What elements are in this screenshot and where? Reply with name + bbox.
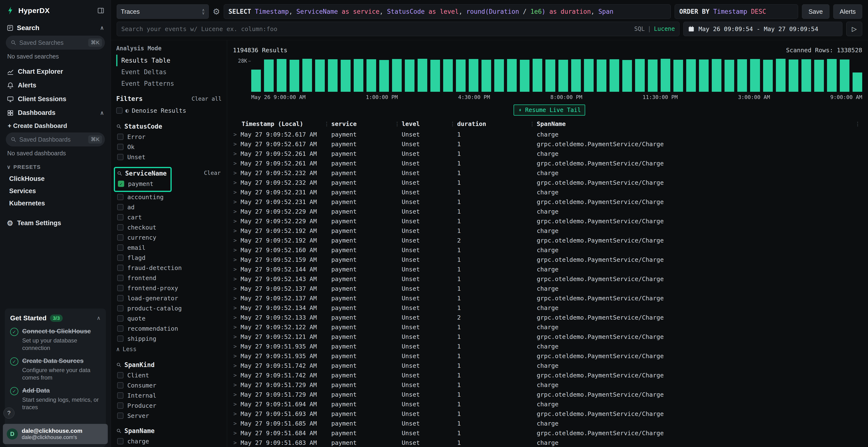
- histogram-bar[interactable]: [289, 60, 299, 92]
- table-row[interactable]: >May 27 9:09:51.684 AMpaymentUnset1grpc.…: [233, 428, 862, 438]
- table-row[interactable]: >May 27 9:09:51.693 AMpaymentUnset1grpc.…: [233, 409, 862, 419]
- histogram-bar[interactable]: [367, 59, 376, 92]
- checkbox[interactable]: [117, 382, 123, 388]
- resume-live-tail-button[interactable]: Resume Live Tail: [514, 105, 585, 115]
- checkbox[interactable]: [117, 234, 123, 241]
- histogram-bar[interactable]: [251, 70, 261, 92]
- row-expand-chevron-icon[interactable]: >: [234, 228, 237, 234]
- facet-item-ok[interactable]: Ok: [116, 142, 222, 152]
- checkbox[interactable]: [117, 295, 123, 301]
- presets-toggle[interactable]: ∨ PRESETS: [5, 162, 106, 173]
- table-row[interactable]: >May 27 9:09:52.133 AMpaymentUnset2grpc.…: [233, 313, 862, 322]
- table-row[interactable]: >May 27 9:09:51.935 AMpaymentUnset1grpc.…: [233, 351, 862, 361]
- sidebar-item-search[interactable]: Search ∧: [5, 22, 106, 36]
- column-header-service[interactable]: service⋮: [331, 121, 402, 128]
- histogram-bar[interactable]: [302, 59, 312, 92]
- facet-item-email[interactable]: email: [116, 243, 222, 253]
- facet-header[interactable]: StatusCode: [116, 121, 222, 132]
- facet-clear-link[interactable]: Clear: [204, 170, 221, 176]
- checkbox[interactable]: [117, 204, 123, 210]
- facet-item-quote[interactable]: quote: [116, 313, 222, 323]
- checkbox[interactable]: [117, 413, 123, 419]
- row-expand-chevron-icon[interactable]: >: [234, 160, 237, 166]
- histogram-bar[interactable]: [546, 60, 555, 92]
- row-expand-chevron-icon[interactable]: >: [234, 189, 237, 195]
- checkbox[interactable]: [117, 194, 123, 200]
- facet-item-unset[interactable]: Unset: [116, 152, 222, 162]
- histogram-bar[interactable]: [571, 59, 581, 92]
- row-expand-chevron-icon[interactable]: >: [234, 420, 237, 426]
- analysis-mode-results-table[interactable]: Results Table: [116, 55, 222, 66]
- histogram-bar[interactable]: [315, 60, 325, 92]
- histogram-bar[interactable]: [341, 60, 350, 92]
- column-separator[interactable]: ⋮: [450, 121, 455, 127]
- column-header-timestamp-local-[interactable]: Timestamp (Local)⋮: [233, 121, 331, 128]
- facet-item-recommendation[interactable]: recommendation: [116, 323, 222, 334]
- table-row[interactable]: >May 27 9:09:52.122 AMpaymentUnset1charg…: [233, 322, 862, 332]
- table-row[interactable]: >May 27 9:09:51.935 AMpaymentUnset1charg…: [233, 342, 862, 351]
- checkbox[interactable]: [117, 244, 123, 251]
- table-row[interactable]: >May 27 9:09:52.159 AMpaymentUnset1grpc.…: [233, 255, 862, 265]
- checkbox[interactable]: [117, 305, 123, 311]
- table-row[interactable]: >May 27 9:09:52.137 AMpaymentUnset1charg…: [233, 284, 862, 294]
- row-expand-chevron-icon[interactable]: >: [234, 401, 237, 407]
- table-row[interactable]: >May 27 9:09:51.729 AMpaymentUnset1charg…: [233, 380, 862, 390]
- column-separator[interactable]: ⋮: [855, 121, 860, 127]
- table-row[interactable]: >May 27 9:09:52.232 AMpaymentUnset1grpc.…: [233, 178, 862, 187]
- row-expand-chevron-icon[interactable]: >: [234, 391, 237, 398]
- date-range-picker[interactable]: May 26 09:09:54 - May 27 09:09:54: [683, 22, 842, 36]
- histogram-bar[interactable]: [533, 59, 542, 92]
- facet-item-fraud-detection[interactable]: fraud-detection: [116, 263, 222, 273]
- row-expand-chevron-icon[interactable]: >: [234, 411, 237, 417]
- checkbox[interactable]: [117, 392, 123, 399]
- row-expand-chevron-icon[interactable]: >: [234, 247, 237, 253]
- table-row[interactable]: >May 27 9:09:52.143 AMpaymentUnset1grpc.…: [233, 274, 862, 284]
- histogram-bar[interactable]: [776, 59, 785, 92]
- row-expand-chevron-icon[interactable]: >: [234, 170, 237, 176]
- sidebar-item-kubernetes[interactable]: Kubernetes: [5, 197, 106, 209]
- checkbox[interactable]: [117, 134, 123, 140]
- row-expand-chevron-icon[interactable]: >: [234, 237, 237, 243]
- row-expand-chevron-icon[interactable]: >: [234, 141, 237, 147]
- column-header-spanname[interactable]: SpanName⋮: [537, 121, 862, 128]
- histogram-bar[interactable]: [392, 59, 402, 92]
- histogram-bar[interactable]: [443, 59, 453, 92]
- sidebar-item-services[interactable]: Services: [5, 185, 106, 197]
- table-row[interactable]: >May 27 9:09:52.261 AMpaymentUnset1charg…: [233, 149, 862, 159]
- histogram-bar[interactable]: [724, 60, 734, 92]
- sidebar-item-chart-explorer[interactable]: Chart Explorer: [5, 65, 106, 78]
- histogram-bar[interactable]: [674, 60, 683, 92]
- facet-item-cart[interactable]: cart: [116, 212, 222, 222]
- checkbox[interactable]: [117, 154, 123, 160]
- table-row[interactable]: >May 27 9:09:52.617 AMpaymentUnset1grpc.…: [233, 139, 862, 149]
- facet-item-ad[interactable]: ad: [116, 202, 222, 212]
- facet-item-frontend-proxy[interactable]: frontend-proxy: [116, 283, 222, 293]
- table-row[interactable]: >May 27 9:09:51.685 AMpaymentUnset1charg…: [233, 419, 862, 428]
- facet-item-frontend[interactable]: frontend: [116, 273, 222, 283]
- facet-item-shipping[interactable]: shipping: [116, 334, 222, 344]
- table-row[interactable]: >May 27 9:09:52.231 AMpaymentUnset1grpc.…: [233, 197, 862, 207]
- histogram-bar[interactable]: [379, 60, 389, 92]
- facet-item-charge[interactable]: charge: [116, 436, 222, 446]
- facet-item-load-generator[interactable]: load-generator: [116, 293, 222, 303]
- histogram-bar[interactable]: [802, 59, 811, 92]
- clear-all-filters-link[interactable]: Clear all: [191, 96, 222, 102]
- table-row[interactable]: >May 27 9:09:51.742 AMpaymentUnset1charg…: [233, 361, 862, 370]
- histogram-bar[interactable]: [417, 59, 427, 92]
- sql-query-editor[interactable]: SELECT Timestamp, ServiceName as service…: [224, 4, 671, 19]
- table-row[interactable]: >May 27 9:09:52.617 AMpaymentUnset1charg…: [233, 130, 862, 139]
- table-row[interactable]: >May 27 9:09:52.144 AMpaymentUnset1charg…: [233, 265, 862, 274]
- histogram-bar[interactable]: [277, 59, 286, 92]
- histogram-bar[interactable]: [814, 60, 824, 92]
- saved-dashboards-input[interactable]: Saved Dashboards ⌘K: [6, 133, 105, 146]
- row-expand-chevron-icon[interactable]: >: [234, 208, 237, 215]
- checkbox[interactable]: [117, 438, 123, 444]
- sidebar-item-clickhouse[interactable]: ClickHouse: [5, 173, 106, 185]
- histogram-bar[interactable]: [661, 59, 670, 92]
- table-row[interactable]: >May 27 9:09:52.121 AMpaymentUnset1grpc.…: [233, 332, 862, 342]
- sidebar-item-dashboards[interactable]: Dashboards∧: [5, 106, 106, 120]
- table-row[interactable]: >May 27 9:09:51.683 AMpaymentUnset1charg…: [233, 438, 862, 447]
- denoise-results-toggle[interactable]: ◐ Denoise Results: [116, 105, 222, 116]
- histogram-bar[interactable]: [520, 60, 529, 92]
- help-button[interactable]: ?: [3, 408, 14, 419]
